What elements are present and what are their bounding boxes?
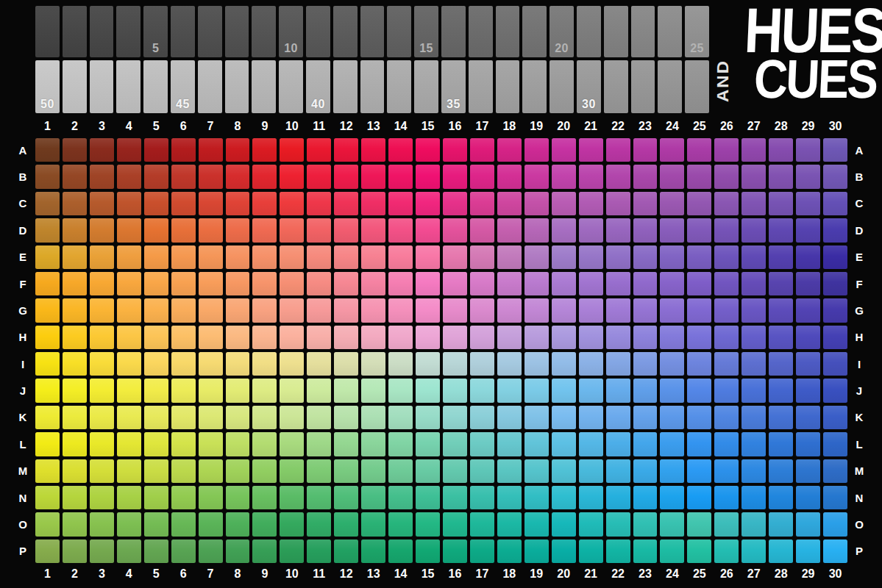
color-cell-H1[interactable] bbox=[35, 326, 60, 349]
color-cell-K3[interactable] bbox=[90, 406, 114, 429]
color-cell-J23[interactable] bbox=[633, 379, 658, 402]
color-cell-N20[interactable] bbox=[552, 486, 576, 509]
color-cell-K27[interactable] bbox=[741, 406, 766, 429]
color-cell-B18[interactable] bbox=[497, 165, 522, 188]
color-cell-H8[interactable] bbox=[226, 326, 250, 349]
score-cell[interactable] bbox=[577, 6, 601, 57]
color-cell-P14[interactable] bbox=[388, 539, 413, 563]
color-cell-F15[interactable] bbox=[416, 272, 440, 295]
color-cell-M6[interactable] bbox=[171, 459, 196, 483]
color-cell-G7[interactable] bbox=[199, 298, 223, 322]
color-cell-I3[interactable] bbox=[90, 352, 114, 376]
score-cell[interactable]: 50 bbox=[35, 60, 60, 113]
color-cell-H30[interactable] bbox=[823, 326, 847, 349]
color-cell-P12[interactable] bbox=[334, 539, 358, 563]
color-cell-I7[interactable] bbox=[199, 352, 223, 376]
color-cell-D18[interactable] bbox=[497, 218, 522, 242]
color-cell-D7[interactable] bbox=[199, 218, 223, 242]
color-cell-G2[interactable] bbox=[63, 298, 87, 322]
color-cell-B2[interactable] bbox=[63, 165, 87, 188]
color-cell-D16[interactable] bbox=[443, 218, 467, 242]
color-cell-D28[interactable] bbox=[769, 218, 793, 242]
color-cell-C18[interactable] bbox=[497, 192, 522, 215]
color-cell-D17[interactable] bbox=[470, 218, 494, 242]
color-cell-O13[interactable] bbox=[361, 512, 385, 536]
color-cell-G10[interactable] bbox=[280, 298, 304, 322]
color-cell-A29[interactable] bbox=[796, 138, 820, 162]
color-cell-K18[interactable] bbox=[497, 406, 522, 429]
color-cell-G22[interactable] bbox=[606, 298, 630, 322]
color-cell-E1[interactable] bbox=[35, 245, 60, 269]
color-cell-M19[interactable] bbox=[524, 459, 549, 483]
color-cell-M14[interactable] bbox=[388, 459, 413, 483]
color-cell-C26[interactable] bbox=[714, 192, 739, 215]
color-cell-I12[interactable] bbox=[334, 352, 358, 376]
color-cell-O11[interactable] bbox=[307, 512, 331, 536]
color-cell-A6[interactable] bbox=[171, 138, 196, 162]
color-cell-J27[interactable] bbox=[741, 379, 766, 402]
color-cell-K24[interactable] bbox=[660, 406, 684, 429]
color-cell-K5[interactable] bbox=[144, 406, 168, 429]
color-cell-E7[interactable] bbox=[199, 245, 223, 269]
color-cell-K16[interactable] bbox=[443, 406, 467, 429]
color-cell-M21[interactable] bbox=[579, 459, 603, 483]
color-cell-D27[interactable] bbox=[741, 218, 766, 242]
color-cell-M15[interactable] bbox=[416, 459, 440, 483]
color-cell-M30[interactable] bbox=[823, 459, 847, 483]
color-cell-K28[interactable] bbox=[769, 406, 793, 429]
color-cell-K8[interactable] bbox=[226, 406, 250, 429]
color-cell-B6[interactable] bbox=[171, 165, 196, 188]
color-cell-O6[interactable] bbox=[171, 512, 196, 536]
color-cell-O29[interactable] bbox=[796, 512, 820, 536]
color-cell-D8[interactable] bbox=[226, 218, 250, 242]
color-cell-O26[interactable] bbox=[714, 512, 739, 536]
color-cell-B1[interactable] bbox=[35, 165, 60, 188]
color-cell-B20[interactable] bbox=[552, 165, 576, 188]
color-cell-M16[interactable] bbox=[443, 459, 467, 483]
color-cell-G14[interactable] bbox=[388, 298, 413, 322]
color-cell-P24[interactable] bbox=[660, 539, 684, 563]
color-cell-O27[interactable] bbox=[741, 512, 766, 536]
color-cell-D2[interactable] bbox=[63, 218, 87, 242]
color-cell-D3[interactable] bbox=[90, 218, 114, 242]
color-cell-P25[interactable] bbox=[687, 539, 711, 563]
color-cell-K2[interactable] bbox=[63, 406, 87, 429]
color-cell-M7[interactable] bbox=[199, 459, 223, 483]
color-cell-C24[interactable] bbox=[660, 192, 684, 215]
color-cell-O2[interactable] bbox=[63, 512, 87, 536]
color-cell-G11[interactable] bbox=[307, 298, 331, 322]
color-cell-B25[interactable] bbox=[687, 165, 711, 188]
color-cell-L21[interactable] bbox=[579, 432, 603, 456]
color-cell-O1[interactable] bbox=[35, 512, 60, 536]
color-cell-J29[interactable] bbox=[796, 379, 820, 402]
color-cell-L5[interactable] bbox=[144, 432, 168, 456]
score-cell[interactable] bbox=[387, 60, 411, 113]
color-cell-E9[interactable] bbox=[252, 245, 277, 269]
color-cell-B27[interactable] bbox=[741, 165, 766, 188]
color-cell-M29[interactable] bbox=[796, 459, 820, 483]
color-cell-P11[interactable] bbox=[307, 539, 331, 563]
score-cell[interactable] bbox=[116, 6, 141, 57]
color-cell-H25[interactable] bbox=[687, 326, 711, 349]
color-cell-B12[interactable] bbox=[334, 165, 358, 188]
color-cell-E12[interactable] bbox=[334, 245, 358, 269]
color-cell-O19[interactable] bbox=[524, 512, 549, 536]
color-cell-E3[interactable] bbox=[90, 245, 114, 269]
color-cell-C27[interactable] bbox=[741, 192, 766, 215]
color-cell-L8[interactable] bbox=[226, 432, 250, 456]
color-cell-O23[interactable] bbox=[633, 512, 658, 536]
color-cell-A20[interactable] bbox=[552, 138, 576, 162]
color-cell-O24[interactable] bbox=[660, 512, 684, 536]
color-cell-F25[interactable] bbox=[687, 272, 711, 295]
color-cell-C11[interactable] bbox=[307, 192, 331, 215]
color-cell-O3[interactable] bbox=[90, 512, 114, 536]
color-cell-E13[interactable] bbox=[361, 245, 385, 269]
color-cell-J9[interactable] bbox=[252, 379, 277, 402]
score-cell[interactable] bbox=[496, 6, 520, 57]
color-cell-B16[interactable] bbox=[443, 165, 467, 188]
score-cell[interactable] bbox=[631, 60, 655, 113]
color-cell-P16[interactable] bbox=[443, 539, 467, 563]
color-cell-F2[interactable] bbox=[63, 272, 87, 295]
color-cell-H18[interactable] bbox=[497, 326, 522, 349]
color-cell-I29[interactable] bbox=[796, 352, 820, 376]
